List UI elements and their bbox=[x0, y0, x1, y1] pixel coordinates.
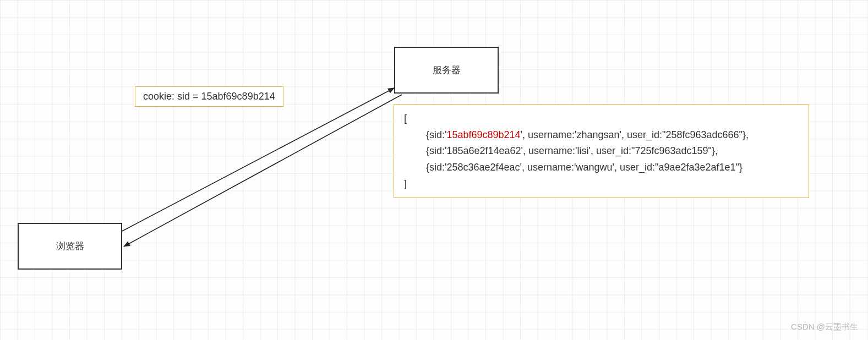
session-sid-highlight: 15abf69c89b214 bbox=[446, 129, 520, 140]
watermark: CSDN @云墨书生 bbox=[791, 322, 858, 332]
sessions-open-bracket: [ bbox=[404, 111, 799, 127]
server-node: 服务器 bbox=[394, 47, 499, 94]
session-row-2: {sid:'258c36ae2f4eac', username:'wangwu'… bbox=[404, 160, 799, 176]
browser-node: 浏览器 bbox=[18, 223, 122, 270]
session-row-1: {sid:'185a6e2f14ea62', username:'lisi', … bbox=[404, 143, 799, 160]
browser-label: 浏览器 bbox=[56, 240, 84, 253]
arrow-response bbox=[124, 95, 402, 246]
session-row-0: {sid:'15abf69c89b214', username:'zhangsa… bbox=[404, 127, 799, 144]
arrow-request bbox=[122, 88, 394, 231]
server-label: 服务器 bbox=[433, 64, 461, 76]
cookie-label-box: cookie: sid = 15abf69c89b214 bbox=[135, 86, 283, 107]
cookie-label-text: cookie: sid = 15abf69c89b214 bbox=[143, 91, 275, 102]
sessions-data-box: [ {sid:'15abf69c89b214', username:'zhang… bbox=[394, 105, 809, 198]
sessions-close-bracket: ] bbox=[404, 176, 799, 193]
